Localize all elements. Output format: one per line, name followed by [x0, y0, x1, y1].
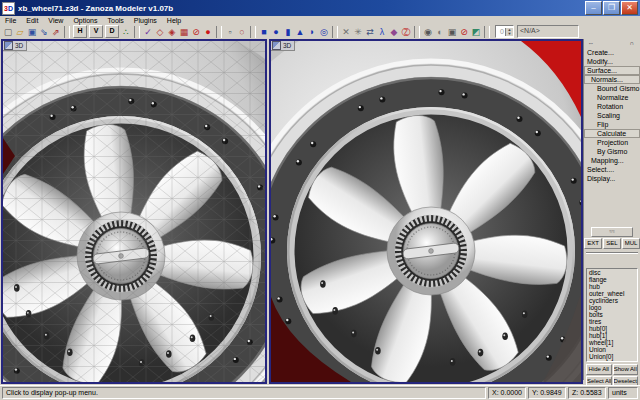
window-controls: –❐✕ — [585, 1, 640, 15]
primitive-cone-icon[interactable]: ▲ — [294, 26, 306, 38]
select-rect-icon[interactable]: ▫ — [224, 26, 236, 38]
pan-tool-icon[interactable]: ◐ — [434, 26, 446, 38]
sidebar-item-calculate[interactable]: Calculate — [584, 129, 640, 138]
viewport-menu-icon[interactable] — [272, 41, 281, 50]
viewport-right-shaded[interactable]: 3D — [269, 39, 583, 384]
clone-tool-icon[interactable]: ▣ — [446, 26, 458, 38]
minimize-button[interactable]: – — [585, 1, 602, 15]
sidebar-item-scaling[interactable]: Scaling — [584, 111, 640, 120]
wireframe-view-icon[interactable]: ◇ — [154, 26, 166, 38]
primitive-disc-icon[interactable]: ◗ — [306, 26, 318, 38]
primitive-box-icon[interactable]: ■ — [258, 26, 270, 38]
snapshot-icon[interactable]: ◩ — [470, 26, 482, 38]
object-item[interactable]: tires — [587, 318, 637, 325]
mode-button-ext[interactable]: EXT — [584, 238, 602, 249]
menu-plugins[interactable]: Plugins — [129, 17, 162, 24]
sidebar-item-flip[interactable]: Flip — [584, 120, 640, 129]
menu-file[interactable]: File — [0, 17, 21, 24]
v-view-button[interactable]: V — [89, 25, 103, 38]
toolbar-separator — [216, 26, 222, 38]
mode-button-sel[interactable]: SEL — [603, 238, 621, 249]
object-item[interactable]: flange — [587, 276, 637, 283]
object-list-buttons: Hide AllShow AllSelect AllDeselect — [586, 364, 638, 387]
selection-mode-buttons: EXTSELMUL — [584, 238, 640, 249]
z-tool-icon[interactable]: Ⓩ — [400, 26, 412, 38]
textured-view-icon[interactable]: ▦ — [178, 26, 190, 38]
show-all-button[interactable]: Show All — [613, 364, 639, 375]
status-x-coordinate: X: 0.0000 — [488, 387, 526, 399]
mode-button-mul[interactable]: MUL — [622, 238, 640, 249]
object-item[interactable]: wheel[1] — [587, 339, 637, 346]
sidebar-item-mapping[interactable]: Mapping... — [584, 156, 640, 165]
spinner-arrows-icon[interactable]: ▲▼ — [505, 28, 513, 36]
menu-tools[interactable]: Tools — [103, 17, 129, 24]
sidebar-item-normals[interactable]: Normals... — [584, 75, 640, 84]
weld-tool-icon[interactable]: ✕ — [340, 26, 352, 38]
sidebar-item-display[interactable]: Display... — [584, 174, 640, 183]
h-view-button[interactable]: H — [73, 25, 87, 38]
command-sidebar: ⇔ ∩ Create...Modify...Surface...Normals.… — [583, 39, 640, 380]
export-icon[interactable]: ⇗ — [50, 26, 62, 38]
sidebar-item-select[interactable]: Select.... — [584, 165, 640, 174]
object-item[interactable]: outer_wheel — [587, 290, 637, 297]
object-item[interactable]: hub — [587, 283, 637, 290]
viewport-left-wireframe[interactable]: 3D — [1, 39, 267, 384]
material-combo[interactable]: <N/A> — [517, 25, 579, 38]
object-item[interactable]: logo — [587, 304, 637, 311]
sidebar-collapse-icon[interactable]: ∩ — [630, 40, 634, 48]
sidebar-item-modify[interactable]: Modify... — [584, 57, 640, 66]
viewport-menu-icon[interactable] — [4, 41, 13, 50]
status-message[interactable]: Click to display pop-up menu. — [2, 387, 486, 399]
sidebar-divider — [586, 252, 638, 254]
select-circle-icon[interactable]: ○ — [236, 26, 248, 38]
close-button[interactable]: ✕ — [621, 1, 638, 15]
object-item[interactable]: disc — [587, 269, 637, 276]
primitive-torus-icon[interactable]: ◎ — [318, 26, 330, 38]
sidebar-item-bound-gismo[interactable]: Bound Gismo — [584, 84, 640, 93]
solid-view-icon[interactable]: ◈ — [166, 26, 178, 38]
d-view-button[interactable]: D — [105, 25, 119, 38]
sidebar-item-surface[interactable]: Surface... — [584, 66, 640, 75]
viewport-left-label[interactable]: 3D — [3, 41, 27, 51]
select-mode-icon[interactable]: ✓ — [142, 26, 154, 38]
skeleton-tool-icon[interactable]: λ — [376, 26, 388, 38]
mirror-tool-icon[interactable]: ⇄ — [364, 26, 376, 38]
sidebar-squiggle-button[interactable]: ≈≈ — [591, 227, 633, 237]
object-item[interactable]: Union — [587, 346, 637, 353]
sidebar-item-rotation[interactable]: Rotation — [584, 102, 640, 111]
menu-view[interactable]: View — [43, 17, 68, 24]
object-item[interactable]: hub[0] — [587, 325, 637, 332]
render-sphere-icon[interactable]: ● — [202, 26, 214, 38]
primitive-sphere-icon[interactable]: ● — [270, 26, 282, 38]
sidebar-pane-icon[interactable]: ⇔ — [588, 40, 594, 48]
snap-points-icon[interactable]: ∴ — [120, 26, 132, 38]
zoom-tool-icon[interactable]: ◉ — [422, 26, 434, 38]
import-icon[interactable]: ⇘ — [38, 26, 50, 38]
open-folder-icon[interactable]: ▱ — [14, 26, 26, 38]
primitive-cylinder-icon[interactable]: ▮ — [282, 26, 294, 38]
new-file-icon[interactable]: ▢ — [2, 26, 14, 38]
sidebar-item-by-gismo[interactable]: By Gismo — [584, 147, 640, 156]
title-bar[interactable]: 3D xb_wheel71.z3d - Zanoza Modeler v1.07… — [0, 0, 640, 16]
hidden-view-icon[interactable]: ⊘ — [190, 26, 202, 38]
sidebar-menu: Create...Modify...Surface...Normals...Bo… — [584, 48, 640, 183]
object-item[interactable]: Union[0] — [587, 353, 637, 360]
sidebar-item-create[interactable]: Create... — [584, 48, 640, 57]
object-item[interactable]: cyclinders — [587, 297, 637, 304]
object-item[interactable]: bolts — [587, 311, 637, 318]
object-list[interactable]: discflangehubouter_wheelcyclinderslogobo… — [586, 268, 638, 362]
history-spinner[interactable]: 0▲▼ — [495, 25, 514, 38]
menu-edit[interactable]: Edit — [21, 17, 43, 24]
menu-options[interactable]: Options — [68, 17, 102, 24]
menu-help[interactable]: Help — [162, 17, 186, 24]
sidebar-item-projection[interactable]: Projection — [584, 138, 640, 147]
viewport-right-label[interactable]: 3D — [271, 41, 295, 51]
delete-object-icon[interactable]: ⊘ — [458, 26, 470, 38]
hide-all-button[interactable]: Hide All — [586, 364, 612, 375]
sidebar-item-normalize[interactable]: Normalize — [584, 93, 640, 102]
object-item[interactable]: hub[1] — [587, 332, 637, 339]
maximize-button[interactable]: ❐ — [603, 1, 620, 15]
save-icon[interactable]: ▣ — [26, 26, 38, 38]
material-tool-icon[interactable]: ◆ — [388, 26, 400, 38]
smooth-tool-icon[interactable]: ✳ — [352, 26, 364, 38]
